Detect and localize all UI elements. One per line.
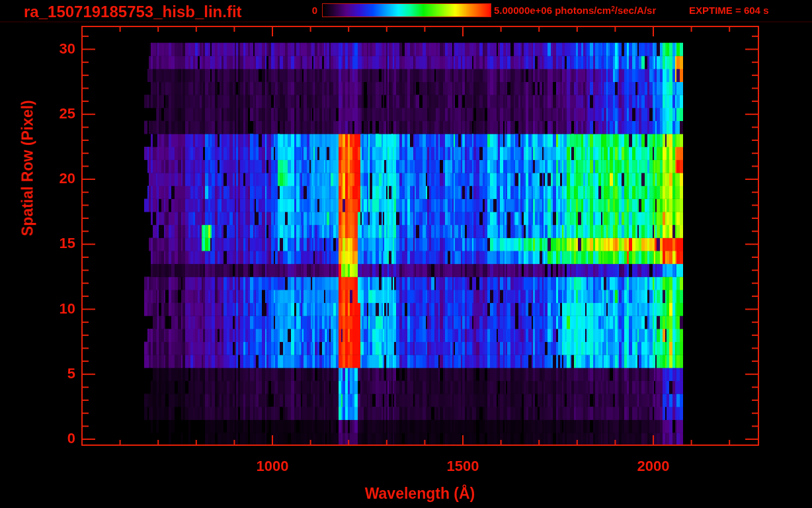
colorbar-max-suffix: /sec/A/sr	[615, 5, 657, 16]
spectrogram-heatmap-canvas	[0, 0, 812, 508]
x-tick-label: 1000	[233, 458, 312, 475]
colorbar-min-label: 0	[283, 5, 317, 16]
y-tick-label: 20	[36, 170, 75, 187]
colorbar-max-prefix: 5.00000e+06 photons/cm	[494, 5, 611, 16]
exptime-label: EXPTIME = 604 s	[689, 5, 768, 16]
colorbar	[322, 3, 491, 17]
colorbar-max-label: 5.00000e+06 photons/cm2/sec/A/sr	[494, 5, 656, 16]
y-tick-label: 0	[36, 430, 75, 447]
x-tick-label: 2000	[614, 458, 693, 475]
y-tick-label: 5	[36, 365, 75, 382]
y-tick-label: 10	[36, 300, 75, 318]
plot-title: ra_150719185753_hisb_lin.fit	[24, 3, 242, 21]
x-axis-title: Wavelength (Å)	[288, 485, 552, 503]
y-tick-label: 15	[36, 235, 75, 252]
spectrogram-window: ra_150719185753_hisb_lin.fit 0 5.00000e+…	[0, 0, 812, 508]
y-tick-label: 30	[36, 40, 75, 58]
y-tick-label: 25	[36, 105, 75, 122]
x-tick-label: 1500	[423, 458, 503, 475]
